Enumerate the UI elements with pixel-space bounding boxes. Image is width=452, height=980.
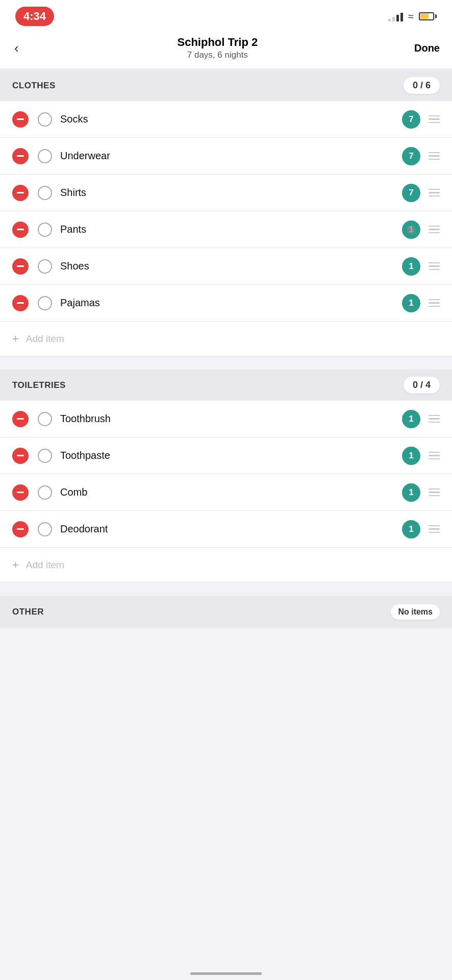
drag-handle[interactable]: [429, 452, 440, 460]
section-header-clothes: CLOTHES 0 / 6: [0, 70, 452, 101]
add-plus-icon-toiletries: +: [12, 558, 19, 572]
drag-handle[interactable]: [429, 152, 440, 160]
nav-header: ‹ Schiphol Trip 2 7 days, 6 nights Done: [0, 31, 452, 69]
delete-button[interactable]: [12, 411, 29, 427]
qty-badge[interactable]: 7: [402, 110, 420, 129]
check-circle[interactable]: [38, 223, 52, 237]
item-label: Socks: [60, 113, 402, 125]
section-count-other: No items: [391, 604, 440, 620]
drag-handle[interactable]: [429, 226, 440, 234]
check-circle[interactable]: [38, 149, 52, 163]
section-title-toiletries: TOILETRIES: [12, 380, 66, 390]
list-item: Deodorant 1: [0, 511, 452, 548]
drag-handle[interactable]: [429, 488, 440, 497]
drag-handle[interactable]: [429, 299, 440, 307]
delete-button[interactable]: [12, 521, 29, 537]
item-label: Shirts: [60, 187, 402, 199]
wifi-icon: ≈: [408, 11, 414, 22]
section-title-clothes: CLOTHES: [12, 81, 56, 91]
add-item-label: Add item: [26, 333, 64, 345]
delete-button[interactable]: [12, 258, 29, 275]
list-item: Pajamas 1: [0, 285, 452, 322]
nav-title-block: Schiphol Trip 2 7 days, 6 nights: [177, 36, 258, 60]
qty-badge[interactable]: 1: [402, 447, 420, 465]
delete-button[interactable]: [12, 111, 29, 128]
check-circle[interactable]: [38, 112, 52, 127]
item-label: Pajamas: [60, 297, 402, 309]
drag-handle[interactable]: [429, 189, 440, 197]
drag-handle[interactable]: [429, 115, 440, 124]
page-title: Schiphol Trip 2: [177, 36, 258, 49]
qty-badge[interactable]: 1: [402, 410, 420, 428]
item-label: Underwear: [60, 150, 402, 162]
done-button[interactable]: Done: [414, 42, 440, 54]
check-circle[interactable]: [38, 259, 52, 274]
check-circle[interactable]: [38, 522, 52, 536]
delete-button[interactable]: [12, 148, 29, 164]
list-item: Socks 7: [0, 101, 452, 138]
drag-handle[interactable]: [429, 415, 440, 423]
qty-badge[interactable]: 1: [402, 257, 420, 276]
list-item: Comb 1: [0, 474, 452, 511]
check-circle[interactable]: [38, 296, 52, 310]
list-item: Underwear 7: [0, 138, 452, 175]
status-bar: 4:34 ≈ ⚡: [0, 0, 452, 31]
toiletries-list: Toothbrush 1 Toothpaste 1 Comb 1: [0, 401, 452, 548]
back-button[interactable]: ‹: [12, 38, 21, 58]
page-subtitle: 7 days, 6 nights: [177, 50, 258, 60]
home-indicator: [190, 972, 262, 975]
section-header-other: OTHER No items: [0, 596, 452, 628]
list-item: Shoes 1: [0, 248, 452, 285]
drag-overlay: [407, 226, 415, 234]
list-item: Toothpaste 1: [0, 437, 452, 474]
list-item: Shirts 7: [0, 175, 452, 211]
delete-button[interactable]: [12, 222, 29, 238]
status-icons: ≈ ⚡: [388, 11, 437, 22]
list-item: Toothbrush 1: [0, 401, 452, 437]
drag-handle[interactable]: [429, 262, 440, 271]
item-label: Pants: [60, 224, 402, 235]
add-item-toiletries[interactable]: + Add item: [0, 548, 452, 582]
clothes-list: Socks 7 Underwear 7 Shirts 7: [0, 101, 452, 322]
item-label: Shoes: [60, 260, 402, 272]
spacer2: [0, 582, 452, 595]
check-circle[interactable]: [38, 412, 52, 426]
signal-icon: [388, 11, 403, 21]
item-label: Deodorant: [60, 523, 402, 535]
section-count-clothes: 0 / 6: [404, 77, 440, 94]
add-plus-icon: +: [12, 332, 19, 346]
section-count-toiletries: 0 / 4: [404, 377, 440, 394]
battery-icon: ⚡: [419, 12, 437, 20]
status-time: 4:34: [15, 7, 54, 26]
check-circle[interactable]: [38, 186, 52, 200]
delete-button[interactable]: [12, 448, 29, 464]
section-header-toiletries: TOILETRIES 0 / 4: [0, 370, 452, 401]
add-item-label-toiletries: Add item: [26, 559, 64, 571]
delete-button[interactable]: [12, 185, 29, 201]
add-item-clothes[interactable]: + Add item: [0, 322, 452, 356]
qty-badge[interactable]: 1: [402, 520, 420, 538]
check-circle[interactable]: [38, 485, 52, 500]
item-label: Toothpaste: [60, 450, 402, 461]
list-item: Pants 1: [0, 211, 452, 248]
drag-handle[interactable]: [429, 525, 440, 533]
qty-badge[interactable]: 1: [402, 483, 420, 502]
check-circle[interactable]: [38, 449, 52, 463]
qty-badge[interactable]: 7: [402, 147, 420, 165]
delete-button[interactable]: [12, 295, 29, 311]
delete-button[interactable]: [12, 484, 29, 501]
spacer: [0, 356, 452, 369]
item-label: Toothbrush: [60, 413, 402, 425]
section-title-other: OTHER: [12, 607, 44, 617]
qty-badge[interactable]: 7: [402, 184, 420, 202]
item-label: Comb: [60, 486, 402, 498]
qty-badge[interactable]: 1: [402, 294, 420, 312]
